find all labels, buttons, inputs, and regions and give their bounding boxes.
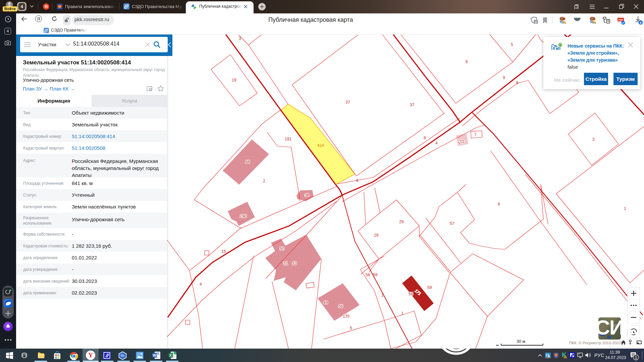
svg-text:59: 59 [427, 285, 432, 290]
svg-text:1: 1 [635, 355, 637, 360]
svg-text:1: 1 [381, 293, 384, 298]
svg-text:170: 170 [343, 314, 350, 319]
svg-text:53: 53 [292, 261, 297, 266]
svg-text:19: 19 [232, 78, 236, 82]
svg-text:50: 50 [280, 246, 284, 251]
svg-text:9: 9 [640, 21, 641, 24]
svg-text:49: 49 [323, 300, 328, 305]
svg-text:56: 56 [338, 304, 343, 309]
svg-text:57: 57 [450, 221, 454, 226]
svg-text:2: 2 [535, 20, 537, 24]
svg-text:4: 4 [200, 282, 202, 287]
svg-text:W: W [153, 353, 156, 357]
svg-text:15: 15 [221, 249, 226, 254]
svg-text:37: 37 [410, 103, 415, 107]
svg-text:58: 58 [409, 292, 413, 296]
svg-text:PDF: PDF [619, 19, 624, 21]
svg-text:68: 68 [245, 160, 250, 164]
svg-text:8: 8 [424, 135, 426, 140]
svg-text:414: 414 [317, 143, 324, 148]
svg-text:1: 1 [624, 206, 626, 211]
svg-text:190: 190 [240, 214, 247, 219]
svg-text:29: 29 [374, 233, 379, 238]
svg-text:58: 58 [366, 273, 370, 277]
svg-text:5: 5 [350, 326, 352, 330]
svg-text:6: 6 [466, 59, 468, 64]
svg-text:29: 29 [399, 220, 404, 224]
svg-text:1: 1 [401, 311, 404, 316]
svg-text:37: 37 [345, 100, 350, 105]
svg-text:3: 3 [592, 137, 595, 142]
svg-text:6: 6 [498, 202, 500, 206]
svg-text:2: 2 [263, 179, 265, 183]
svg-text:9: 9 [503, 75, 505, 80]
svg-text:X: X [169, 353, 172, 357]
svg-text:3: 3 [239, 36, 241, 41]
svg-text:5: 5 [511, 42, 513, 47]
svg-text:7: 7 [474, 132, 477, 137]
svg-text:8: 8 [356, 178, 359, 183]
svg-text:31: 31 [283, 261, 288, 266]
svg-text:191: 191 [285, 137, 291, 141]
svg-text:4: 4 [435, 141, 438, 145]
svg-text:6: 6 [516, 80, 519, 85]
svg-text:59: 59 [373, 273, 378, 277]
